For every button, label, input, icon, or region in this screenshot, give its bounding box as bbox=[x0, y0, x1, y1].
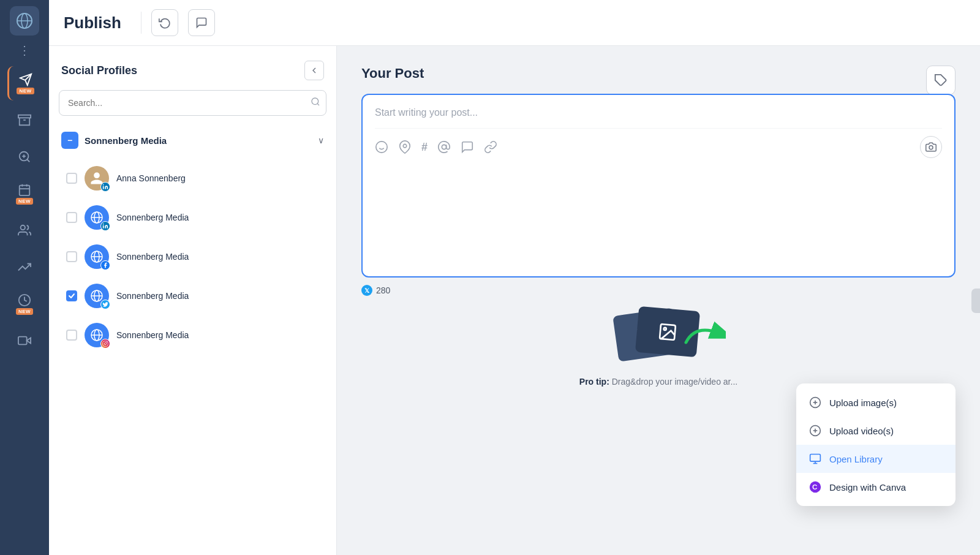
instagram-badge bbox=[100, 339, 110, 349]
tag-button[interactable] bbox=[926, 66, 956, 95]
post-section-title: Your Post bbox=[361, 66, 956, 81]
svg-line-20 bbox=[317, 104, 319, 105]
svg-rect-11 bbox=[20, 185, 30, 195]
pro-tip-text: Pro tip: Drag&drop your image/video ar..… bbox=[579, 377, 737, 387]
sidebar-item-dashboard[interactable]: NEW bbox=[7, 287, 42, 321]
profile-name-sm-linkedin: Sonnenberg Media bbox=[116, 213, 189, 222]
search-box bbox=[59, 90, 326, 116]
profile-avatar-sm-facebook bbox=[85, 244, 109, 269]
svg-rect-56 bbox=[810, 455, 821, 462]
twitter-badge bbox=[100, 300, 110, 309]
svg-point-42 bbox=[403, 144, 407, 148]
profile-item-sm-instagram[interactable]: Sonnenberg Media bbox=[59, 317, 326, 353]
svg-point-15 bbox=[21, 225, 25, 230]
profile-avatar-anna bbox=[85, 166, 109, 191]
linkedin-badge bbox=[100, 182, 110, 192]
svg-point-19 bbox=[312, 98, 318, 105]
calendar-badge: NEW bbox=[16, 198, 33, 205]
svg-point-36 bbox=[104, 342, 106, 344]
plus-circle-icon2 bbox=[809, 424, 822, 437]
svg-rect-35 bbox=[103, 341, 108, 346]
profile-list: Anna Sonnenberg Sonnenberg Media bbox=[49, 155, 336, 358]
media-dropdown-menu: Upload image(s) Upload video(s) bbox=[796, 383, 956, 506]
sidebar-item-inbox[interactable] bbox=[7, 103, 42, 137]
profile-checkbox-sm-linkedin[interactable] bbox=[66, 212, 77, 223]
design-canva-label: Design with Canva bbox=[829, 482, 906, 493]
design-canva-item[interactable]: C Design with Canva bbox=[796, 473, 956, 501]
history-button[interactable] bbox=[151, 9, 178, 36]
main-area: Publish Social Profiles bbox=[49, 0, 980, 555]
open-library-label: Open Library bbox=[829, 454, 883, 464]
sidebar-item-publish[interactable]: NEW bbox=[7, 66, 42, 100]
collapse-button[interactable] bbox=[304, 61, 324, 80]
svg-point-43 bbox=[442, 145, 446, 149]
social-profiles-sidebar: Social Profiles − S bbox=[49, 46, 337, 555]
comment-icon[interactable] bbox=[461, 140, 474, 154]
link-icon[interactable] bbox=[484, 140, 497, 154]
workspace-row[interactable]: − Sonnenberg Media ∨ bbox=[49, 126, 336, 155]
profile-name-sm-facebook: Sonnenberg Media bbox=[116, 252, 189, 262]
svg-point-44 bbox=[929, 146, 933, 149]
drop-zone[interactable]: Pro tip: Drag&drop your image/video ar..… bbox=[361, 306, 956, 387]
profile-name-sm-instagram: Sonnenberg Media bbox=[116, 330, 189, 340]
post-placeholder: Start writing your post... bbox=[375, 107, 942, 118]
svg-point-21 bbox=[103, 184, 104, 186]
profile-checkbox-sm-instagram[interactable] bbox=[66, 330, 77, 341]
page-title: Publish bbox=[64, 13, 121, 32]
profile-checkbox-sm-facebook[interactable] bbox=[66, 251, 77, 262]
mention-icon[interactable] bbox=[437, 140, 451, 154]
green-arrow-icon bbox=[683, 318, 726, 351]
search-input[interactable] bbox=[59, 90, 326, 116]
open-library-item[interactable]: Open Library bbox=[796, 445, 956, 473]
profile-item-sm-linkedin[interactable]: Sonnenberg Media bbox=[59, 199, 326, 236]
twitter-count-icon: 𝕏 bbox=[361, 285, 372, 296]
profile-item-sm-facebook[interactable]: Sonnenberg Media bbox=[59, 238, 326, 275]
upload-images-label: Upload image(s) bbox=[829, 398, 897, 408]
camera-button[interactable] bbox=[920, 136, 942, 158]
sidebar-title: Social Profiles bbox=[61, 64, 137, 77]
profile-item-sm-twitter[interactable]: Sonnenberg Media bbox=[59, 278, 326, 314]
dashboard-badge: NEW bbox=[16, 308, 33, 315]
profile-item-anna[interactable]: Anna Sonnenberg bbox=[59, 160, 326, 197]
sidebar-header: Social Profiles bbox=[49, 46, 336, 90]
upload-images-item[interactable]: Upload image(s) bbox=[796, 388, 956, 417]
svg-line-8 bbox=[27, 159, 29, 162]
profile-checkbox-sm-twitter[interactable] bbox=[66, 290, 77, 301]
svg-rect-5 bbox=[18, 115, 31, 118]
sidebar-item-calendar[interactable]: NEW bbox=[7, 176, 42, 211]
top-bar: Publish bbox=[49, 0, 980, 46]
sidebar-item-audience[interactable] bbox=[7, 213, 42, 247]
app-logo[interactable] bbox=[10, 6, 39, 36]
svg-point-25 bbox=[103, 224, 104, 225]
left-navigation: ⋮ NEW NEW bbox=[0, 0, 49, 555]
sidebar-item-media[interactable] bbox=[7, 323, 42, 358]
emoji-icon[interactable] bbox=[375, 140, 388, 154]
publish-badge: NEW bbox=[17, 88, 34, 94]
upload-videos-item[interactable]: Upload video(s) bbox=[796, 417, 956, 445]
char-count-row: 𝕏 280 bbox=[361, 285, 956, 296]
chat-button[interactable] bbox=[188, 9, 215, 36]
post-toolbar: # bbox=[375, 128, 942, 158]
library-icon bbox=[809, 452, 822, 466]
search-icon[interactable] bbox=[311, 97, 320, 109]
nav-more-dots[interactable]: ⋮ bbox=[18, 43, 31, 58]
profile-avatar-sm-linkedin bbox=[85, 205, 109, 230]
workspace-chevron-icon: ∨ bbox=[318, 135, 324, 145]
hashtag-icon[interactable]: # bbox=[421, 141, 428, 154]
post-editor[interactable]: Start writing your post... bbox=[361, 94, 956, 278]
facebook-badge bbox=[100, 260, 110, 270]
workspace-name: Sonnenberg Media bbox=[85, 135, 312, 146]
profile-checkbox-anna[interactable] bbox=[66, 173, 77, 184]
location-icon[interactable] bbox=[398, 140, 412, 154]
sidebar-item-analytics[interactable] bbox=[7, 140, 42, 174]
divider bbox=[141, 12, 141, 34]
plus-circle-icon bbox=[809, 396, 822, 409]
profile-name-anna: Anna Sonnenberg bbox=[116, 173, 186, 183]
sidebar-item-reports[interactable] bbox=[7, 250, 42, 284]
svg-rect-18 bbox=[18, 337, 27, 345]
profile-name-sm-twitter: Sonnenberg Media bbox=[116, 291, 189, 301]
profile-avatar-sm-twitter bbox=[85, 284, 109, 308]
scroll-handle[interactable] bbox=[971, 289, 980, 313]
svg-point-48 bbox=[664, 327, 666, 330]
upload-videos-label: Upload video(s) bbox=[829, 426, 894, 436]
